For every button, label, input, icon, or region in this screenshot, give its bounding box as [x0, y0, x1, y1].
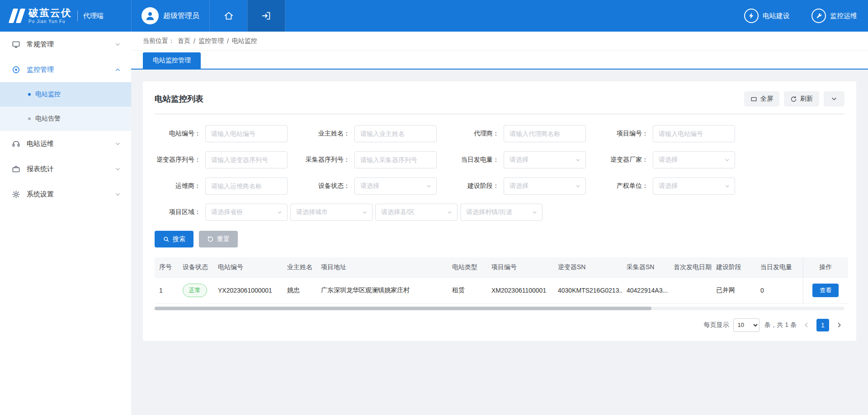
select-placeholder: 请选择: [659, 156, 678, 164]
device-status-select[interactable]: 请选择: [354, 177, 437, 195]
sidebar-item-reports[interactable]: 报表统计: [0, 156, 131, 182]
inverter-vendor-select[interactable]: 请选择: [653, 151, 735, 168]
ops-vendor-input[interactable]: [205, 177, 288, 195]
station-monitor-panel: 电站监控列表 全屏: [143, 81, 856, 341]
reset-icon: [207, 236, 214, 242]
brand-logo-icon: [11, 9, 23, 23]
sidebar-item-general[interactable]: 常规管理: [0, 32, 131, 57]
brand: 破茧云伏 Po Jian Yun Fu 代理端: [0, 0, 131, 32]
refresh-icon: [790, 96, 797, 103]
scrollbar-thumb[interactable]: [155, 307, 651, 310]
agent-input[interactable]: [504, 125, 586, 142]
sidebar-item-monitor-management[interactable]: 监控管理: [0, 57, 131, 82]
fullscreen-label: 全屏: [760, 95, 773, 103]
collapse-button[interactable]: [824, 91, 844, 107]
column-header-stage: 建设阶段: [712, 257, 756, 277]
collector-sn-input[interactable]: [354, 151, 437, 168]
page-size-select[interactable]: 10: [733, 318, 760, 332]
ops-vendor-label: 运维商：: [155, 182, 205, 190]
station-no-input[interactable]: [205, 125, 288, 142]
collector-sn-label: 采集器序列号：: [288, 156, 354, 164]
select-placeholder: 请选择村镇/街道: [466, 208, 512, 216]
select-placeholder: 请选择省份: [211, 208, 243, 216]
divider: [77, 10, 78, 21]
station-table: 序号 设备状态 电站编号 业主姓名 项目地址 电站类型 项目编号 逆变器SN 采…: [155, 257, 848, 304]
user-menu[interactable]: 超级管理员: [131, 0, 209, 32]
refresh-label: 刷新: [800, 95, 813, 103]
panel-title: 电站监控列表: [155, 93, 203, 104]
fullscreen-icon: [750, 96, 757, 103]
column-header-station-no: 电站编号: [213, 257, 283, 277]
build-stage-select[interactable]: 请选择: [504, 177, 586, 195]
cell-address: 广东深圳龙华区观澜镇姚家庄村: [316, 277, 448, 303]
sidebar-item-label: 报表统计: [27, 165, 54, 173]
refresh-button[interactable]: 刷新: [784, 91, 819, 107]
nav-monitor-ops[interactable]: 监控运维: [801, 0, 868, 32]
column-header-collector-sn: 采集器SN: [622, 257, 669, 277]
prev-page-button[interactable]: [801, 322, 812, 329]
panel-header-actions: 全屏 刷新: [744, 91, 844, 107]
county-select[interactable]: 请选择县/区: [375, 204, 458, 221]
daily-power-select[interactable]: 请选择: [504, 151, 586, 168]
cell-first-power-date: [669, 277, 712, 303]
user-name: 超级管理员: [163, 11, 199, 21]
select-placeholder: 请选择: [509, 182, 528, 190]
sidebar-item-station-ops[interactable]: 电站运维: [0, 131, 131, 156]
owner-name-input[interactable]: [354, 125, 437, 142]
user-avatar-icon: [142, 7, 159, 24]
sidebar-item-station-monitor[interactable]: 电站监控: [0, 82, 131, 107]
filter-form: 电站编号： 业主姓名： 代理商： 项目编号： 逆变器序列号： 采集器序列号： 当…: [155, 114, 844, 221]
main-content: 当前位置： 首页 / 监控管理 / 电站监控 电站监控管理 电站监控列表: [131, 32, 868, 415]
sidebar-item-station-alarm[interactable]: 电站告警: [0, 107, 131, 131]
view-button[interactable]: 查看: [812, 284, 839, 297]
column-header-first-power-date: 首次发电日期: [669, 257, 712, 277]
city-select[interactable]: 请选择城市: [290, 204, 373, 221]
chevron-down-icon: [114, 166, 121, 173]
sidebar-item-settings[interactable]: 系统设置: [0, 182, 131, 207]
build-stage-label: 建设阶段：: [437, 182, 504, 190]
nav-monitor-ops-label: 监控运维: [830, 12, 857, 20]
reset-button[interactable]: 重置: [199, 231, 238, 247]
logout-button[interactable]: [247, 0, 285, 32]
search-button[interactable]: 搜索: [155, 231, 193, 247]
page-1-button[interactable]: 1: [816, 319, 829, 331]
briefcase-icon: [12, 165, 20, 173]
project-region-group: 请选择省份 请选择城市 请选择县/区 请选择村镇/街道: [205, 204, 735, 221]
reset-label: 重置: [217, 235, 230, 243]
logout-icon: [261, 11, 271, 21]
nav-station-build[interactable]: 电站建设: [733, 0, 801, 32]
nav-station-build-label: 电站建设: [763, 12, 790, 20]
fullscreen-button[interactable]: 全屏: [744, 91, 779, 107]
sidebar: 常规管理 监控管理 电站监控: [0, 32, 131, 415]
column-header-index: 序号: [155, 257, 178, 277]
agent-label: 代理商：: [437, 130, 504, 138]
column-header-daily-power: 当日发电量: [756, 257, 803, 277]
tab-station-monitor-management[interactable]: 电站监控管理: [143, 52, 201, 69]
cell-status: 正常: [178, 277, 213, 303]
lightning-icon: [744, 9, 759, 23]
next-page-button[interactable]: [834, 322, 844, 329]
town-select[interactable]: 请选择村镇/街道: [460, 204, 542, 221]
cell-project-no: XM2023061100001: [487, 277, 553, 303]
chevron-down-icon: [277, 210, 283, 215]
breadcrumb-monitor[interactable]: 监控管理: [198, 37, 224, 45]
select-placeholder: 请选择县/区: [381, 208, 415, 216]
select-placeholder: 请选择: [509, 156, 528, 164]
chevron-down-icon: [426, 183, 432, 189]
chevron-down-icon: [447, 210, 453, 215]
province-select[interactable]: 请选择省份: [205, 204, 288, 221]
radar-icon: [12, 65, 20, 74]
home-button[interactable]: [209, 0, 247, 32]
sidebar-subitem-label: 电站监控: [35, 90, 61, 98]
topbar-spacer: [285, 0, 733, 32]
horizontal-scrollbar[interactable]: [155, 307, 844, 310]
project-no-input[interactable]: [653, 125, 735, 142]
bullet-icon: [28, 117, 31, 120]
inverter-sn-input[interactable]: [205, 151, 288, 168]
inverter-sn-label: 逆变器序列号：: [155, 156, 205, 164]
column-header-inverter-sn: 逆变器SN: [553, 257, 622, 277]
property-unit-select[interactable]: 请选择: [653, 177, 735, 195]
breadcrumb-home[interactable]: 首页: [178, 37, 190, 45]
chevron-down-icon: [724, 183, 730, 189]
project-no-label: 项目编号：: [586, 130, 653, 138]
